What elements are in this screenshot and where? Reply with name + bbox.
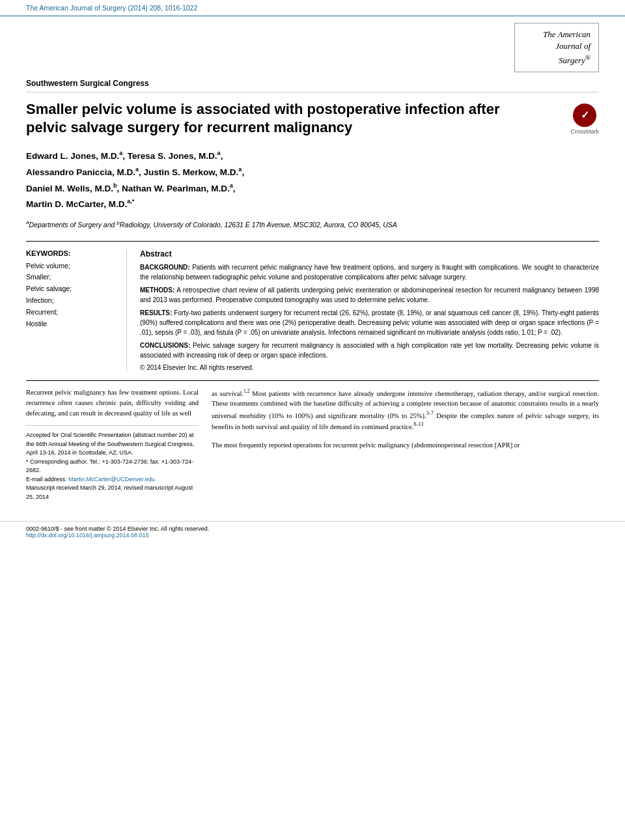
crossmark-logo: ✓ CrossMark <box>570 104 599 135</box>
journal-citation: The American Journal of Surgery (2014) 2… <box>26 4 197 12</box>
body-right-column: as survival.1,2 Most patients with recur… <box>212 387 599 502</box>
congress-label: Southwestern Surgical Congress <box>26 79 599 92</box>
abstract-section: KEYWORDS: Pelvic volume; Smaller; Pelvic… <box>26 241 599 371</box>
background-head: BACKGROUND: <box>140 264 190 271</box>
conclusions-text: Pelvic salvage surgery for recurrent mal… <box>140 342 599 359</box>
footnote-2: * Corresponding author. Tel.: +1-303-724… <box>26 458 199 475</box>
body-section: Recurrent pelvic malignancy has few trea… <box>26 380 599 502</box>
keyword-5: Recurrent; <box>26 307 117 318</box>
footnotes: Accepted for Oral Scientific Presentatio… <box>26 425 199 501</box>
results-text: Forty-two patients underwent surgery for… <box>140 309 599 336</box>
body-left-column: Recurrent pelvic malignancy has few trea… <box>26 387 199 502</box>
abstract-body: BACKGROUND: Patients with recurrent pelv… <box>140 262 599 360</box>
crossmark-label: CrossMark <box>570 128 599 135</box>
affiliation: aDepartments of Surgery and bRadiology, … <box>26 219 599 230</box>
page: The American Journal of Surgery (2014) 2… <box>0 0 625 840</box>
footnote-email: E-mail address: Martin.McCarter@UCDenver… <box>26 475 199 484</box>
body-left-text: Recurrent pelvic malignancy has few trea… <box>26 387 199 419</box>
results-head: RESULTS: <box>140 309 172 316</box>
keywords-title: KEYWORDS: <box>26 249 117 257</box>
keyword-6: Hostile <box>26 318 117 330</box>
keyword-4: Infection; <box>26 295 117 307</box>
body-right-text-2: The most frequently reported operations … <box>212 440 599 451</box>
top-bar: The American Journal of Surgery (2014) 2… <box>0 0 625 16</box>
body-right-text-1: as survival.1,2 Most patients with recur… <box>212 387 599 433</box>
conclusions-head: CONCLUSIONS: <box>140 342 190 349</box>
abstract-column: Abstract BACKGROUND: Patients with recur… <box>140 249 599 371</box>
keyword-2: Smaller; <box>26 272 117 283</box>
footnote-dates: Manuscript received March 29, 2014; revi… <box>26 484 199 501</box>
crossmark-icon: ✓ <box>573 104 596 127</box>
bottom-bar: 0002-9610/$ - see front matter © 2014 El… <box>0 521 625 542</box>
authors: Edward L. Jones, M.D.a, Teresa S. Jones,… <box>26 148 599 212</box>
methods-head: METHODS: <box>140 287 174 294</box>
journal-logo-line2: Journal of Surgery® <box>523 40 590 66</box>
article-title: Smaller pelvic volume is associated with… <box>26 100 514 137</box>
background-text: Patients with recurrent pelvic malignanc… <box>140 264 599 281</box>
abstract-title: Abstract <box>140 249 599 259</box>
journal-logo: The American Journal of Surgery® <box>514 23 599 72</box>
copyright: © 2014 Elsevier Inc. All rights reserved… <box>140 364 599 371</box>
keywords-column: KEYWORDS: Pelvic volume; Smaller; Pelvic… <box>26 249 127 371</box>
keyword-1: Pelvic volume; <box>26 260 117 272</box>
email-link[interactable]: Martin.McCarter@UCDenver.edu <box>68 476 155 483</box>
keyword-3: Pelvic salvage; <box>26 283 117 295</box>
footnote-1: Accepted for Oral Scientific Presentatio… <box>26 431 199 458</box>
header-area: The American Journal of Surgery® <box>0 16 625 72</box>
title-area: Smaller pelvic volume is associated with… <box>26 100 599 148</box>
content-area: Southwestern Surgical Congress Smaller p… <box>0 72 625 514</box>
doi-link[interactable]: http://dx.doi.org/10.1016/j.amjsurg.2014… <box>26 532 149 539</box>
issn-text: 0002-9610/$ - see front matter © 2014 El… <box>26 525 209 532</box>
methods-text: A retrospective chart review of all pati… <box>140 287 599 303</box>
journal-logo-line1: The American <box>523 29 590 40</box>
